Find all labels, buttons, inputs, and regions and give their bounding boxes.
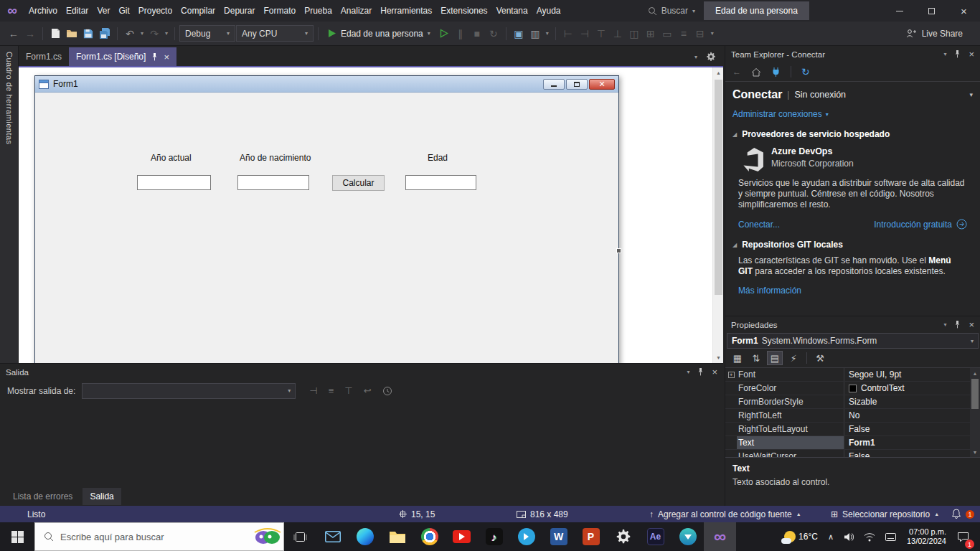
label-anio-nacimiento[interactable]: Año de nacimiento <box>240 153 311 163</box>
word-app-button[interactable]: W <box>542 522 575 551</box>
navigate-forward-button[interactable]: → <box>22 25 38 42</box>
scroll-down-icon[interactable]: ▼ <box>713 352 723 363</box>
live-share-button[interactable]: Live Share <box>906 29 974 39</box>
conectar-link[interactable]: Conectar... <box>738 220 780 230</box>
tab-salida[interactable]: Salida <box>83 488 121 505</box>
menu-compilar[interactable]: Compilar <box>176 0 220 22</box>
volume-button[interactable] <box>839 522 859 551</box>
gear-icon[interactable] <box>706 52 716 62</box>
after-effects-app-button[interactable]: Ae <box>639 522 672 551</box>
menu-archivo[interactable]: Archivo <box>24 0 62 22</box>
window-position-dropdown[interactable]: ▾ <box>943 321 946 328</box>
align-rights-button[interactable]: ⊣ <box>577 25 593 42</box>
output-source-dropdown[interactable]: ▾ <box>82 383 296 399</box>
keyboard-button[interactable] <box>880 522 901 551</box>
menu-analizar[interactable]: Analizar <box>336 0 376 22</box>
movies-tv-app-button[interactable] <box>510 522 542 551</box>
textbox-anio-actual[interactable] <box>137 175 211 190</box>
menu-git[interactable]: Git <box>114 0 133 22</box>
undo-dropdown[interactable]: ▾ <box>138 25 146 42</box>
active-files-dropdown[interactable]: ▾ <box>694 54 697 60</box>
action-center-button[interactable]: 1 <box>952 522 976 551</box>
menu-proyecto[interactable]: Proyecto <box>134 0 176 22</box>
make-same-width-button[interactable]: ▭ <box>659 25 675 42</box>
label-edad[interactable]: Edad <box>428 153 448 163</box>
start-debugging-button[interactable]: Edad de una persona ▾ <box>323 29 435 39</box>
network-button[interactable] <box>859 522 880 551</box>
close-icon[interactable]: × <box>969 319 974 330</box>
close-button[interactable]: × <box>948 0 980 22</box>
manage-connections-link[interactable]: Administrar conexiones ▾ <box>732 109 973 119</box>
designer-vertical-scrollbar[interactable]: ▲ ▼ <box>712 67 723 363</box>
youtube-app-button[interactable] <box>446 522 478 551</box>
open-file-button[interactable] <box>64 25 80 42</box>
scrollbar-thumb[interactable] <box>715 80 722 295</box>
tab-lista-de-errores[interactable]: Lista de errores <box>6 488 80 505</box>
property-value[interactable]: Form1 <box>844 436 970 449</box>
property-row-text[interactable]: Text Form1 <box>725 436 970 450</box>
save-all-button[interactable] <box>97 25 113 42</box>
events-view-button[interactable]: ⚡ <box>786 351 801 365</box>
git-repos-section-header[interactable]: ◢ Repositorios GIT locales <box>732 240 973 250</box>
introduccion-gratuita-link[interactable]: Introducción gratuita <box>874 219 967 230</box>
property-row-font[interactable]: + Font Segoe UI, 9pt <box>725 368 970 382</box>
close-icon[interactable]: × <box>969 49 974 60</box>
break-all-button[interactable]: ∥ <box>453 25 468 42</box>
layout-toolbar-overflow[interactable]: ▾ <box>709 25 716 42</box>
solution-platform-dropdown[interactable]: Any CPU▾ <box>236 25 314 42</box>
property-row-usewaitcursor[interactable]: UseWaitCursor False <box>725 450 970 457</box>
expand-icon[interactable]: + <box>728 372 735 378</box>
menu-herramientas[interactable]: Herramientas <box>376 0 436 22</box>
property-value[interactable]: False <box>844 450 970 457</box>
form-resize-handle[interactable] <box>616 248 621 253</box>
calcular-button[interactable]: Calcular <box>332 175 385 191</box>
properties-scrollbar[interactable]: ▲ ▼ <box>970 368 980 457</box>
tab-form1-cs[interactable]: Form1.cs <box>19 47 69 66</box>
solution-name-badge[interactable]: Edad de una persona <box>704 1 809 20</box>
scroll-down-icon[interactable]: ▼ <box>970 447 980 457</box>
undo-button[interactable]: ↶ <box>122 25 138 42</box>
edge-app-button[interactable] <box>349 522 381 551</box>
property-value[interactable]: False <box>844 423 970 435</box>
properties-header[interactable]: Propiedades ▾ × <box>725 316 980 333</box>
label-anio-actual[interactable]: Año actual <box>151 153 192 163</box>
chevron-down-icon[interactable]: ▾ <box>969 91 973 98</box>
vs-installer-app-button[interactable] <box>672 522 704 551</box>
align-lefts-button[interactable]: ⊢ <box>560 25 576 42</box>
add-to-source-control-button[interactable]: ↑ Agregar al control de código fuente ▲ <box>649 506 801 522</box>
solution-configuration-dropdown[interactable]: Debug▾ <box>179 25 235 42</box>
forms-designer-canvas[interactable]: Form1 ✕ Año actual Año de nacimiento Eda… <box>19 67 723 363</box>
scrollbar-thumb[interactable] <box>971 379 979 409</box>
file-explorer-button[interactable] <box>381 522 413 551</box>
back-icon[interactable]: ← <box>732 67 741 77</box>
scroll-up-icon[interactable]: ▲ <box>970 368 980 378</box>
start-without-debugging-button[interactable] <box>436 25 452 42</box>
property-pages-button[interactable]: ⚒ <box>812 351 828 365</box>
refresh-icon[interactable]: ↻ <box>801 66 810 77</box>
property-value[interactable]: Segoe UI, 9pt <box>844 368 970 381</box>
visual-studio-app-button[interactable]: ∞ <box>704 522 736 551</box>
notifications-button[interactable]: 1 <box>951 506 974 522</box>
menu-prueba[interactable]: Prueba <box>300 0 336 22</box>
home-icon[interactable] <box>751 67 761 77</box>
menu-formato[interactable]: Formato <box>259 0 300 22</box>
pin-icon[interactable] <box>697 368 704 376</box>
menu-ver[interactable]: Ver <box>93 0 114 22</box>
property-value[interactable]: ControlText <box>844 382 970 395</box>
quick-search-box[interactable]: Buscar ▾ <box>639 6 704 16</box>
close-tab-icon[interactable]: × <box>164 52 169 62</box>
connections-plug-icon[interactable] <box>771 67 781 77</box>
pin-icon[interactable] <box>954 50 961 58</box>
property-value[interactable]: Sizable <box>844 395 970 408</box>
designed-form[interactable]: Form1 ✕ Año actual Año de nacimiento Eda… <box>34 75 619 363</box>
clear-all-icon[interactable]: ⊤ <box>344 385 352 396</box>
property-row-formborderstyle[interactable]: FormBorderStyle Sizable <box>725 395 970 409</box>
powerpoint-app-button[interactable]: P <box>575 522 607 551</box>
menu-ayuda[interactable]: Ayuda <box>532 0 565 22</box>
pin-icon[interactable] <box>954 321 961 329</box>
tab-form1-designer[interactable]: Form1.cs [Diseño] × <box>69 47 176 66</box>
properties-view-button[interactable]: ▤ <box>767 351 783 365</box>
taskbar-clock[interactable]: 07:00 p.m. 13/02/2024 <box>901 527 952 546</box>
mail-app-button[interactable] <box>316 522 349 551</box>
menu-extensiones[interactable]: Extensiones <box>436 0 491 22</box>
